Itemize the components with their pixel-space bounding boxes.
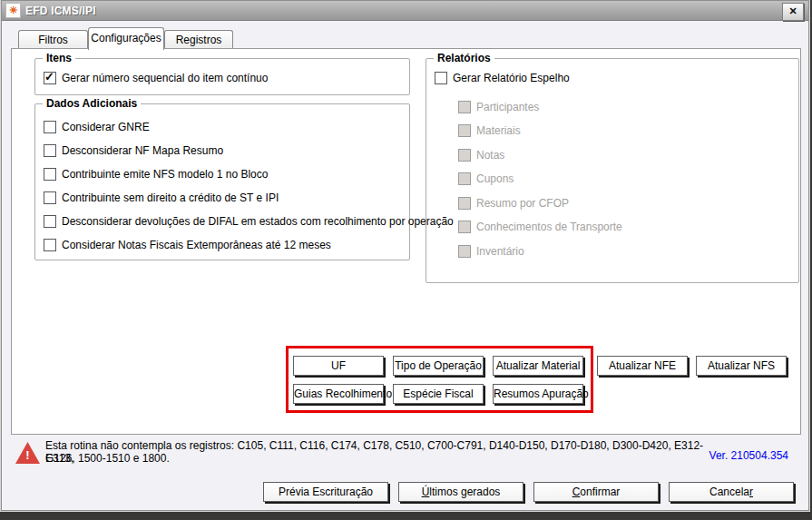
checkbox-label: Considerar GNRE [62, 121, 150, 133]
efd-dialog: ✳ EFD ICMS/IPI ✕ Filtros Configurações R… [1, 0, 809, 511]
warning-exclamation: ! [15, 448, 40, 462]
tab-registros[interactable]: Registros [164, 30, 233, 48]
checkbox-row: ✓ Gerar número sequencial do item contín… [44, 71, 268, 85]
group-dados-adicionais-title: Dados Adicionais [43, 97, 141, 110]
close-button[interactable]: ✕ [782, 3, 804, 21]
version-text: Ver. 210504.354 [709, 449, 788, 462]
checkbox-row: Considerar Notas Fiscais Extemporâneas a… [44, 238, 331, 252]
checkbox-gerar-relatorio-espelho[interactable] [435, 72, 447, 84]
previa-escrituracao-button[interactable]: Prévia Escrituração [263, 482, 388, 502]
window-title: EFD ICMS/IPI [25, 5, 96, 17]
checkbox-row: Contribuinte emite NFS modelo 1 no Bloco [44, 167, 268, 182]
checkbox-row: Contribuinte sem direito a crédito de ST… [44, 191, 279, 205]
ultimos-gerados-button[interactable]: Últimos gerados [398, 482, 523, 502]
checkbox-row: Inventário [458, 244, 524, 259]
checkbox-materiais [458, 124, 471, 137]
especie-fiscal-button[interactable]: Espécie Fiscal [393, 384, 484, 404]
checkbox-row: Considerar GNRE [44, 120, 150, 134]
warning-text-line2: G126, 1500-1510 e 1800. [45, 452, 708, 465]
cancelar-button[interactable]: Cancelar [669, 482, 794, 502]
tab-filtros[interactable]: Filtros [18, 30, 88, 48]
checkbox-row: Resumo por CFOP [458, 196, 569, 211]
checkbox-row: Cupons [458, 172, 514, 186]
checkbox-label: Notas [476, 149, 504, 162]
confirmar-button[interactable]: Confirmar [533, 482, 659, 502]
tab-page-configuracoes: Itens ✓ Gerar número sequencial do item … [11, 48, 801, 435]
check-icon: ✓ [44, 70, 54, 83]
checkbox-cupons [458, 172, 471, 185]
checkbox-label: Participantes [476, 101, 539, 113]
checkbox-row: Participantes [458, 100, 539, 114]
checkbox-label: Gerar Relatório Espelho [453, 72, 570, 84]
guias-recolhimento-button[interactable]: Guias Recolhimento [293, 384, 384, 404]
close-icon: ✕ [788, 5, 797, 16]
checkbox-label: Desconsiderar NF Mapa Resumo [62, 144, 223, 157]
warning-icon: ! [15, 442, 40, 464]
checkbox-row: Conhecimentos de Transporte [458, 220, 622, 234]
atualizar-nfs-button[interactable]: Atualizar NFS [696, 356, 787, 376]
checkbox-row: Desconsiderar NF Mapa Resumo [44, 143, 223, 158]
checkbox-notas [458, 149, 471, 162]
checkbox-label: Materiais [476, 124, 521, 137]
checkbox-inventario [458, 245, 471, 258]
atualizar-nfe-button[interactable]: Atualizar NFE [597, 356, 688, 376]
tipo-de-operacao-button[interactable]: Tipo de Operação [393, 356, 484, 376]
tab-configuracoes[interactable]: Configurações [88, 27, 164, 50]
checkbox-resumo-por-cfop [458, 197, 471, 210]
checkbox-gerar-numero-sequencial[interactable]: ✓ [44, 72, 56, 84]
checkbox-contribuinte-emite-nfs[interactable] [44, 168, 56, 181]
checkbox-label: Contribuinte emite NFS modelo 1 no Bloco [62, 168, 268, 181]
group-itens-title: Itens [43, 52, 75, 64]
checkbox-label: Gerar número sequencial do item contínuo [62, 72, 268, 84]
checkbox-notas-extemporaneas[interactable] [44, 239, 56, 251]
checkbox-label: Considerar Notas Fiscais Extemporâneas a… [62, 239, 331, 251]
resumos-apuracao-button[interactable]: Resumos Apuração [493, 384, 583, 404]
atualizar-material-button[interactable]: Atualizar Material [493, 356, 583, 376]
checkbox-label: Cupons [476, 172, 514, 185]
checkbox-label: Desconsiderar devoluções de DIFAL em est… [62, 215, 454, 228]
checkbox-row: Notas [458, 148, 504, 162]
checkbox-desconsiderar-difal[interactable] [44, 215, 56, 228]
checkbox-considerar-gnre[interactable] [44, 121, 56, 133]
checkbox-conhecimentos-transporte [458, 221, 471, 233]
group-relatorios-title: Relatórios [434, 52, 494, 64]
checkbox-contribuinte-sem-direito[interactable] [44, 191, 56, 204]
checkbox-participantes [458, 101, 471, 113]
checkbox-desconsiderar-nf-mapa[interactable] [44, 144, 56, 157]
checkbox-row: Materiais [458, 123, 521, 138]
checkbox-label: Inventário [476, 245, 524, 258]
app-icon: ✳ [5, 3, 21, 18]
checkbox-label: Resumo por CFOP [476, 197, 569, 210]
uf-button[interactable]: UF [293, 356, 384, 376]
checkbox-label: Contribuinte sem direito a crédito de ST… [62, 191, 279, 204]
checkbox-row: Desconsiderar devoluções de DIFAL em est… [44, 214, 454, 229]
checkbox-row: Gerar Relatório Espelho [435, 71, 570, 85]
title-bar: ✳ EFD ICMS/IPI ✕ [2, 1, 808, 21]
checkbox-label: Conhecimentos de Transporte [476, 221, 622, 233]
